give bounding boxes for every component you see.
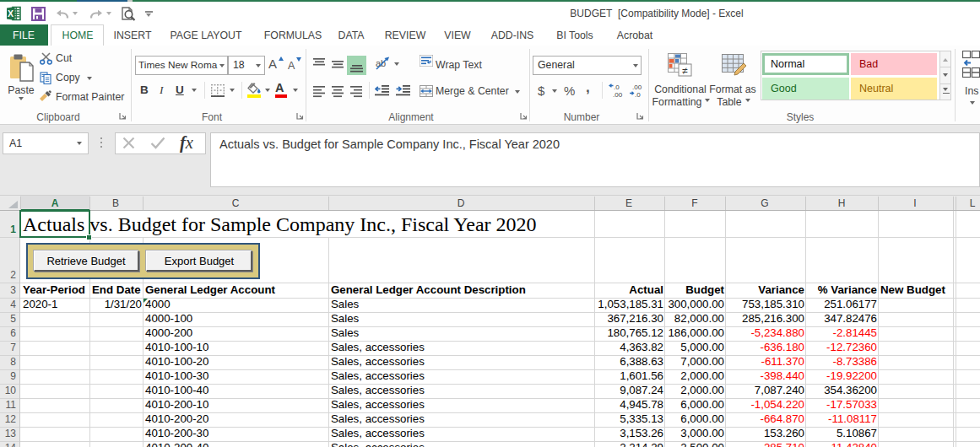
- svg-text:ab: ab: [376, 58, 386, 68]
- svg-text:X: X: [8, 8, 14, 19]
- svg-text:≠: ≠: [682, 65, 688, 77]
